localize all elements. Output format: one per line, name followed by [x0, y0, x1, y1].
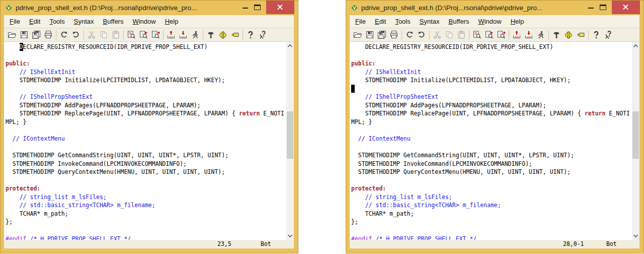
toolbar-find-next-button[interactable] [137, 29, 149, 41]
vertical-scrollbar[interactable] [286, 42, 294, 240]
toolbar-save-session-button[interactable] [523, 29, 535, 41]
toolbar-copy-button [443, 29, 455, 41]
save-session-icon [524, 30, 533, 39]
toolbar-paste-button [110, 29, 122, 41]
menu-edit[interactable]: Edit [25, 16, 45, 27]
code-line: // string_list m_lsFiles; [6, 193, 286, 202]
toolbar-find-prev-button[interactable] [149, 29, 162, 41]
menu-help[interactable]: Help [506, 16, 529, 27]
scroll-down-arrow-icon[interactable] [632, 232, 639, 240]
load-session-icon [512, 30, 521, 39]
toolbar-save-button[interactable] [364, 29, 376, 41]
close-button[interactable] [612, 1, 640, 14]
menu-edit[interactable]: Edit [370, 16, 390, 27]
toolbar-undo-button[interactable] [58, 29, 70, 41]
toolbar-print-button[interactable] [388, 29, 400, 41]
toolbar-find-next-button[interactable] [483, 29, 495, 41]
toolbar-undo-button[interactable] [404, 29, 416, 41]
maximize-button[interactable] [252, 1, 264, 14]
menu-tools[interactable]: Tools [390, 16, 415, 27]
toolbar-save-button[interactable] [18, 29, 30, 41]
toolbar-find-help-button[interactable] [257, 29, 269, 41]
text-area[interactable]: DECLARE_REGISTRY_RESOURCEID(IDR_PDRIVE_P… [350, 42, 639, 240]
window-controls [239, 1, 294, 15]
code-segment: STDMETHODIMP ReplacePage(UINT, LPFNADDPR… [6, 110, 239, 117]
toolbar-find-help-button[interactable] [602, 29, 614, 41]
toolbar-run-ctags-button[interactable] [562, 29, 575, 41]
toolbar-run-ctags-button[interactable] [217, 29, 229, 41]
titlebar[interactable]: pdrive_prop_shell_ext.h (D:\Proj...rsona… [1, 1, 298, 15]
code-line: STDMETHODIMP Initialize(LPCITEMIDLIST, L… [351, 76, 632, 85]
toolbar-paste-button [455, 29, 467, 41]
menu-window[interactable]: Window [473, 16, 506, 27]
window-title: pdrive_prop_shell_ext.h (D:\Proj...rsona… [361, 4, 542, 12]
undo-icon [405, 30, 414, 39]
toolbar-run-script-button[interactable] [189, 29, 201, 41]
scrollbar-thumb[interactable] [632, 111, 639, 159]
code-line: // std::basic_string<TCHAR> m_filename; [6, 201, 286, 210]
toolbar-load-session-button[interactable] [511, 29, 523, 41]
toolbar-run-script-button[interactable] [535, 29, 547, 41]
scroll-up-arrow-icon[interactable] [632, 42, 639, 50]
text-area[interactable]: DECLARE_REGISTRY_RESOURCEID(IDR_PDRIVE_P… [4, 42, 294, 240]
toolbar-help-button[interactable] [590, 29, 602, 41]
close-button[interactable] [266, 1, 294, 14]
code-segment: STDMETHODIMP AddPages(LPFNADDPROPSHEETPA… [6, 102, 201, 109]
make-icon [206, 30, 215, 39]
code-line: STDMETHODIMP QueryContextMenu(HMENU, UIN… [351, 168, 632, 176]
toolbar-make-button[interactable] [205, 29, 217, 41]
code-segment: // IShellPropSheetExt [6, 93, 93, 100]
code-segment: // string_list m_lsFiles; [351, 194, 452, 201]
code-line: // IShellPropSheetExt [6, 93, 286, 101]
redo-icon [417, 30, 426, 39]
menu-file[interactable]: File [5, 16, 25, 27]
menu-syntax[interactable]: Syntax [69, 16, 99, 27]
toolbar-load-session-button[interactable] [165, 29, 177, 41]
toolbar-make-button[interactable] [550, 29, 562, 41]
menu-help[interactable]: Help [160, 16, 183, 27]
scroll-down-arrow-icon[interactable] [286, 232, 294, 240]
code-line: STDMETHODIMP ReplacePage(UINT, LPFNADDPR… [351, 109, 632, 118]
scrollbar-thumb[interactable] [287, 111, 293, 159]
minimize-button[interactable] [239, 1, 252, 14]
menu-window[interactable]: Window [128, 16, 160, 27]
toolbar-tag-jump-button[interactable] [229, 29, 241, 41]
toolbar-open-button[interactable] [6, 29, 18, 41]
toolbar-redo-button[interactable] [70, 29, 82, 41]
vertical-scrollbar[interactable] [632, 42, 639, 240]
scroll-up-arrow-icon[interactable] [286, 42, 294, 50]
maximize-button[interactable] [597, 1, 609, 14]
code-line: TCHAR* m_path; [351, 210, 632, 218]
code-segment: return [239, 110, 260, 117]
toolbar-find-replace-button[interactable] [471, 29, 483, 41]
paste-icon [111, 30, 120, 39]
code-area[interactable]: DECLARE_REGISTRY_RESOURCEID(IDR_PDRIVE_P… [4, 42, 286, 240]
menu-buffers[interactable]: Buffers [444, 16, 473, 27]
titlebar[interactable]: pdrive_prop_shell_ext.h (D:\Proj...rsona… [346, 1, 643, 15]
code-segment: STDMETHODIMP AddPages(LPFNADDPROPSHEETPA… [351, 102, 546, 109]
code-line: STDMETHODIMP InvokeCommand(LPCMINVOKECOM… [6, 160, 286, 168]
toolbar-print-button[interactable] [42, 29, 54, 41]
cursor-position: 23,5 [217, 240, 231, 247]
minimize-button[interactable] [585, 1, 597, 14]
toolbar-find-replace-button[interactable] [125, 29, 137, 41]
maximize-icon [254, 5, 261, 10]
menu-file[interactable]: File [351, 16, 370, 27]
toolbar-save-all-button[interactable] [30, 29, 42, 41]
code-segment: // IShellExtInit [6, 69, 75, 76]
code-area[interactable]: DECLARE_REGISTRY_RESOURCEID(IDR_PDRIVE_P… [350, 42, 632, 240]
menu-syntax[interactable]: Syntax [415, 16, 444, 27]
toolbar-save-all-button[interactable] [376, 29, 388, 41]
toolbar-tag-jump-button[interactable] [575, 29, 587, 41]
toolbar-find-prev-button[interactable] [495, 29, 507, 41]
maximize-icon [600, 5, 606, 10]
toolbar-help-button[interactable] [245, 29, 257, 41]
toolbar-save-session-button[interactable] [177, 29, 189, 41]
menu-buffers[interactable]: Buffers [98, 16, 128, 27]
code-line [351, 85, 632, 93]
text-cursor [351, 85, 355, 93]
find-next-icon [485, 30, 494, 39]
menu-tools[interactable]: Tools [45, 16, 69, 27]
toolbar-open-button[interactable] [352, 29, 364, 41]
toolbar-redo-button[interactable] [416, 29, 428, 41]
